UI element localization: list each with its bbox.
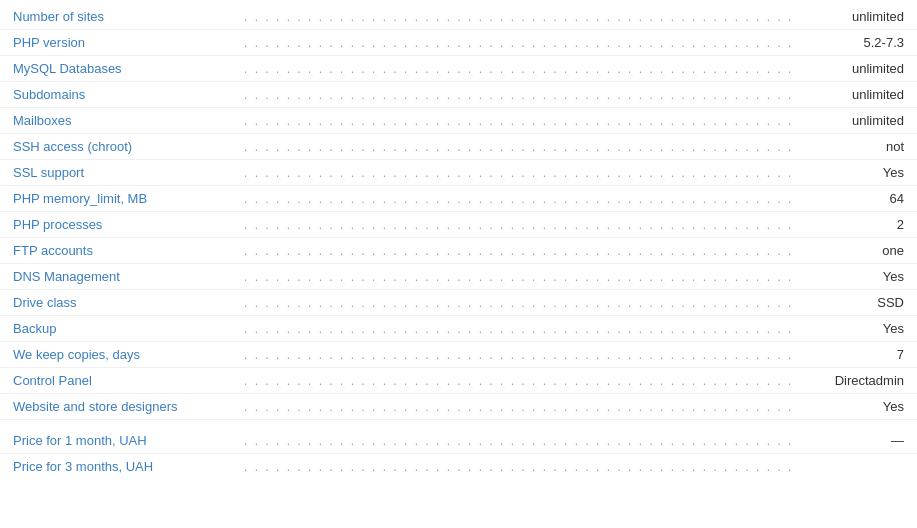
table-row-php-version: PHP version. . . . . . . . . . . . . . .…: [0, 30, 917, 56]
row-label-mailboxes: Mailboxes: [0, 113, 240, 128]
row-value-backup: Yes: [797, 321, 917, 336]
row-dots-control-panel: . . . . . . . . . . . . . . . . . . . . …: [240, 374, 797, 388]
row-value-php-version: 5.2-7.3: [797, 35, 917, 50]
row-label-price-3-months: Price for 3 months, UAH: [0, 459, 240, 474]
table-row-mysql-databases: MySQL Databases. . . . . . . . . . . . .…: [0, 56, 917, 82]
row-dots-php-processes: . . . . . . . . . . . . . . . . . . . . …: [240, 218, 797, 232]
table-row-price-3-months: Price for 3 months, UAH. . . . . . . . .…: [0, 454, 917, 479]
table-row-php-memory: PHP memory_limit, MB. . . . . . . . . . …: [0, 186, 917, 212]
row-value-mysql-databases: unlimited: [797, 61, 917, 76]
row-label-dns-management: DNS Management: [0, 269, 240, 284]
row-label-price-1-month: Price for 1 month, UAH: [0, 433, 240, 448]
row-value-website-designers: Yes: [797, 399, 917, 414]
table-row-php-processes: PHP processes. . . . . . . . . . . . . .…: [0, 212, 917, 238]
row-value-php-memory: 64: [797, 191, 917, 206]
row-dots-drive-class: . . . . . . . . . . . . . . . . . . . . …: [240, 296, 797, 310]
row-dots-ftp-accounts: . . . . . . . . . . . . . . . . . . . . …: [240, 244, 797, 258]
row-label-drive-class: Drive class: [0, 295, 240, 310]
row-dots-ssl-support: . . . . . . . . . . . . . . . . . . . . …: [240, 166, 797, 180]
row-label-mysql-databases: MySQL Databases: [0, 61, 240, 76]
row-dots-keep-copies: . . . . . . . . . . . . . . . . . . . . …: [240, 348, 797, 362]
row-dots-mailboxes: . . . . . . . . . . . . . . . . . . . . …: [240, 114, 797, 128]
row-dots-subdomains: . . . . . . . . . . . . . . . . . . . . …: [240, 88, 797, 102]
row-dots-ssh-access: . . . . . . . . . . . . . . . . . . . . …: [240, 140, 797, 154]
table-row-keep-copies: We keep copies, days. . . . . . . . . . …: [0, 342, 917, 368]
row-dots-website-designers: . . . . . . . . . . . . . . . . . . . . …: [240, 400, 797, 414]
row-dots-price-3-months: . . . . . . . . . . . . . . . . . . . . …: [240, 460, 797, 474]
row-label-keep-copies: We keep copies, days: [0, 347, 240, 362]
table-row-website-designers: Website and store designers. . . . . . .…: [0, 394, 917, 420]
table-row-number-of-sites: Number of sites. . . . . . . . . . . . .…: [0, 4, 917, 30]
table-row-ftp-accounts: FTP accounts. . . . . . . . . . . . . . …: [0, 238, 917, 264]
row-dots-mysql-databases: . . . . . . . . . . . . . . . . . . . . …: [240, 62, 797, 76]
row-dots-number-of-sites: . . . . . . . . . . . . . . . . . . . . …: [240, 10, 797, 24]
row-label-control-panel: Control Panel: [0, 373, 240, 388]
row-value-price-1-month: —: [797, 433, 917, 448]
row-value-number-of-sites: unlimited: [797, 9, 917, 24]
row-value-dns-management: Yes: [797, 269, 917, 284]
row-value-control-panel: Directadmin: [797, 373, 917, 388]
table-row-ssl-support: SSL support. . . . . . . . . . . . . . .…: [0, 160, 917, 186]
row-dots-backup: . . . . . . . . . . . . . . . . . . . . …: [240, 322, 797, 336]
row-label-php-memory: PHP memory_limit, MB: [0, 191, 240, 206]
row-dots-dns-management: . . . . . . . . . . . . . . . . . . . . …: [240, 270, 797, 284]
row-label-subdomains: Subdomains: [0, 87, 240, 102]
row-value-drive-class: SSD: [797, 295, 917, 310]
row-value-php-processes: 2: [797, 217, 917, 232]
row-value-keep-copies: 7: [797, 347, 917, 362]
table-row-price-1-month: Price for 1 month, UAH. . . . . . . . . …: [0, 428, 917, 454]
row-label-php-version: PHP version: [0, 35, 240, 50]
row-label-ftp-accounts: FTP accounts: [0, 243, 240, 258]
table-row-ssh-access: SSH access (chroot). . . . . . . . . . .…: [0, 134, 917, 160]
table-row-mailboxes: Mailboxes. . . . . . . . . . . . . . . .…: [0, 108, 917, 134]
row-value-subdomains: unlimited: [797, 87, 917, 102]
row-value-ftp-accounts: one: [797, 243, 917, 258]
table-row-dns-management: DNS Management. . . . . . . . . . . . . …: [0, 264, 917, 290]
table-row-backup: Backup. . . . . . . . . . . . . . . . . …: [0, 316, 917, 342]
row-label-ssl-support: SSL support: [0, 165, 240, 180]
row-dots-price-1-month: . . . . . . . . . . . . . . . . . . . . …: [240, 434, 797, 448]
row-label-backup: Backup: [0, 321, 240, 336]
row-label-website-designers: Website and store designers: [0, 399, 240, 414]
table-row-drive-class: Drive class. . . . . . . . . . . . . . .…: [0, 290, 917, 316]
row-dots-php-memory: . . . . . . . . . . . . . . . . . . . . …: [240, 192, 797, 206]
features-table: Number of sites. . . . . . . . . . . . .…: [0, 0, 917, 483]
table-row-control-panel: Control Panel. . . . . . . . . . . . . .…: [0, 368, 917, 394]
table-row-subdomains: Subdomains. . . . . . . . . . . . . . . …: [0, 82, 917, 108]
row-value-ssl-support: Yes: [797, 165, 917, 180]
row-label-ssh-access: SSH access (chroot): [0, 139, 240, 154]
row-label-number-of-sites: Number of sites: [0, 9, 240, 24]
row-label-php-processes: PHP processes: [0, 217, 240, 232]
row-value-mailboxes: unlimited: [797, 113, 917, 128]
row-value-ssh-access: not: [797, 139, 917, 154]
row-dots-php-version: . . . . . . . . . . . . . . . . . . . . …: [240, 36, 797, 50]
